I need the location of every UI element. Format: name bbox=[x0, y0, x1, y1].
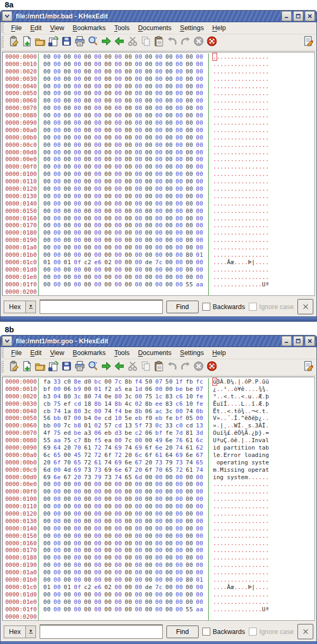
save-button[interactable] bbox=[60, 35, 73, 49]
edit-document-button[interactable] bbox=[301, 360, 314, 374]
hex-cells[interactable]: 56bb0700b40ecd105eebf0ebfebf0500 bbox=[38, 415, 208, 422]
hex-cells[interactable]: 00000000000000000000000000000000 bbox=[38, 215, 208, 222]
hex-cells[interactable]: 00000000000000000000000000000000 bbox=[38, 540, 208, 547]
hex-cells[interactable]: 00000000000000000000000000000000 bbox=[38, 591, 208, 599]
ascii-cells[interactable]: ................ bbox=[208, 200, 269, 208]
menu-bookmarks[interactable]: Bookmarks bbox=[69, 348, 110, 358]
ascii-cells[interactable]: ................ bbox=[208, 142, 269, 149]
paste-button[interactable] bbox=[152, 360, 165, 374]
hex-cells[interactable]: 00000000000000000000000000000000 bbox=[38, 229, 208, 237]
ascii-cells[interactable]: ................ bbox=[208, 274, 269, 281]
revert-button[interactable] bbox=[46, 35, 60, 49]
ascii-cells[interactable]: ................ bbox=[208, 127, 269, 134]
ascii-cells[interactable]: ..............Uª bbox=[208, 606, 269, 613]
hex-view[interactable]: 0000:0000fa33c08ed0bc007c8bf45007501ffbf… bbox=[2, 377, 315, 621]
ascii-cells[interactable]: ................ bbox=[208, 251, 269, 259]
menu-edit[interactable]: Edit bbox=[26, 348, 46, 358]
hex-cells[interactable]: 00000000000000000000000000000000 bbox=[38, 569, 208, 576]
window-menu-button[interactable] bbox=[2, 11, 12, 21]
ascii-cells[interactable]: ................ bbox=[208, 569, 269, 576]
hex-cells[interactable]: 206f7065726174696e67207379737465 bbox=[38, 459, 208, 466]
ascii-cells[interactable]: ....Âæ....Þ|.... bbox=[208, 259, 269, 266]
ascii-cells[interactable]: ................ bbox=[208, 481, 269, 488]
hex-cells[interactable]: 00000000000000000000000000000000 bbox=[38, 503, 208, 510]
hex-cells[interactable]: 00000000000000000000000000000000 bbox=[38, 171, 208, 178]
ascii-cells[interactable]: ................ bbox=[208, 488, 269, 496]
ascii-cells[interactable]: ................ bbox=[208, 518, 269, 525]
clipboard-edit-button[interactable] bbox=[7, 360, 20, 374]
maximize-button[interactable] bbox=[293, 336, 303, 346]
paste-button[interactable] bbox=[152, 35, 165, 49]
toolbar-drag-handle[interactable] bbox=[2, 36, 5, 48]
ascii-cells[interactable]: ................ bbox=[208, 222, 269, 229]
print-button[interactable] bbox=[73, 360, 86, 374]
close-search-bar-button[interactable] bbox=[297, 299, 313, 314]
find-button[interactable] bbox=[86, 360, 99, 374]
maximize-button[interactable] bbox=[293, 11, 303, 21]
hex-cells[interactable]: 00000000000000000000000000000000 bbox=[38, 488, 208, 496]
ascii-cells[interactable]: ing system...... bbox=[208, 474, 269, 481]
hex-cells[interactable]: 00000000000000000000000000000000 bbox=[38, 90, 208, 97]
window-menu-button[interactable] bbox=[2, 336, 12, 346]
ascii-cells[interactable]: V»..´.Í.^ëðëþ¿.. bbox=[208, 415, 269, 422]
menu-documents[interactable]: Documents bbox=[134, 348, 175, 358]
ascii-cells[interactable]: ................ bbox=[208, 76, 269, 83]
minimize-button[interactable] bbox=[282, 11, 292, 21]
menu-help[interactable]: Help bbox=[208, 348, 230, 358]
find-next-button[interactable] bbox=[99, 360, 113, 374]
hex-cells[interactable]: 00000000000000000000000000000000 bbox=[38, 119, 208, 127]
combo-dropdown-button[interactable]: ▼ bbox=[25, 301, 36, 313]
ascii-cells[interactable]: ».|¸..WÍ._s.3ÀÍ. bbox=[208, 422, 269, 430]
help-button[interactable] bbox=[205, 35, 218, 49]
ascii-cells[interactable]: ËuïÍ....L..î.Æ.þ bbox=[208, 400, 269, 408]
ascii-cells[interactable]: ................ bbox=[208, 244, 269, 251]
menu-settings[interactable]: Settings bbox=[176, 348, 208, 358]
ascii-cells[interactable]: id partition tab bbox=[208, 444, 269, 452]
hex-cells[interactable]: 6d004d697373696e67206f7065726174 bbox=[38, 466, 208, 474]
ascii-cells[interactable]: ................ bbox=[208, 90, 269, 97]
hex-cells[interactable]: 696e672073797374656d000000000000 bbox=[38, 474, 208, 481]
ascii-cells[interactable]: Ouí¾£.ëÓ¾Â.¿þ}.= bbox=[208, 430, 269, 437]
hex-cells[interactable]: 00000000000000000000000000000000 bbox=[38, 149, 208, 156]
hex-cells[interactable]: 00000000000000000000000000000000 bbox=[38, 562, 208, 569]
ascii-cells[interactable]: ................ bbox=[208, 229, 269, 237]
search-mode-combo[interactable]: Hex ▼ bbox=[4, 626, 36, 638]
clipboard-edit-button[interactable] bbox=[7, 35, 20, 49]
hex-cells[interactable]: 4f75edbea306ebd3bec206bffe7d813d bbox=[38, 430, 208, 437]
ascii-cells[interactable]: ................ bbox=[208, 68, 269, 76]
hex-cells[interactable]: cb75efcd188b148b4c028bee83c610fe bbox=[38, 400, 208, 408]
hex-cells[interactable]: 000000000000000000000000000055aa bbox=[38, 606, 208, 613]
titlebar[interactable]: file:/mnt1/mbr.goo - KHexEdit bbox=[1, 335, 316, 347]
menu-settings[interactable]: Settings bbox=[176, 23, 208, 33]
ascii-cells[interactable]: ................ bbox=[208, 576, 269, 584]
hex-cells[interactable]: 00000000000000000000000000000000 bbox=[38, 112, 208, 119]
new-file-button[interactable] bbox=[20, 360, 33, 374]
hex-cells[interactable]: 00000000000000000000000000000000 bbox=[38, 53, 208, 61]
hex-cells[interactable]: 00000000000000000000000000000000 bbox=[38, 554, 208, 562]
ascii-cells[interactable]: ................ bbox=[208, 193, 269, 200]
combo-dropdown-button[interactable]: ▼ bbox=[25, 626, 36, 638]
ascii-cells[interactable]: ................ bbox=[208, 208, 269, 215]
hex-cells[interactable]: 00000000000000000000000000000000 bbox=[38, 510, 208, 518]
hex-cells[interactable]: 00000000000000000000000000000000 bbox=[38, 105, 208, 112]
hex-cells[interactable]: 00000000000000000000000000000000 bbox=[38, 547, 208, 554]
hex-cells[interactable]: 00000000000000000000000000000000 bbox=[38, 178, 208, 185]
menu-bookmarks[interactable]: Bookmarks bbox=[69, 23, 110, 33]
backwards-checkbox[interactable] bbox=[202, 303, 210, 311]
ascii-cells[interactable]: Ët..<.tô¾..¬<.t. bbox=[208, 408, 269, 415]
ascii-cells[interactable]: ................ bbox=[208, 119, 269, 127]
ascii-cells[interactable]: ú3À.Ð¼.|.ôP.P.ûü bbox=[208, 378, 269, 386]
menu-file[interactable]: File bbox=[7, 348, 26, 358]
ascii-cells[interactable]: ................ bbox=[208, 554, 269, 562]
ascii-cells[interactable]: ................ bbox=[208, 53, 269, 61]
menu-view[interactable]: View bbox=[46, 348, 69, 358]
menu-tools[interactable]: Tools bbox=[110, 23, 134, 33]
hex-cells[interactable]: 00000000000000000000000000000000 bbox=[38, 156, 208, 163]
hex-cells[interactable]: 00000000000000000000000000000000 bbox=[38, 208, 208, 215]
ascii-cells[interactable]: ................ bbox=[208, 237, 269, 244]
hex-cells[interactable]: 00000000000000000000000000000000 bbox=[38, 496, 208, 503]
hex-cells[interactable]: 00000000000000000000000000008001 bbox=[38, 251, 208, 259]
ascii-cells[interactable]: m.Missing operat bbox=[208, 466, 269, 474]
hex-cells[interactable]: 55aa75c78bf5ea007c0000496e76616c bbox=[38, 437, 208, 444]
ascii-cells[interactable]: ................ bbox=[208, 163, 269, 171]
